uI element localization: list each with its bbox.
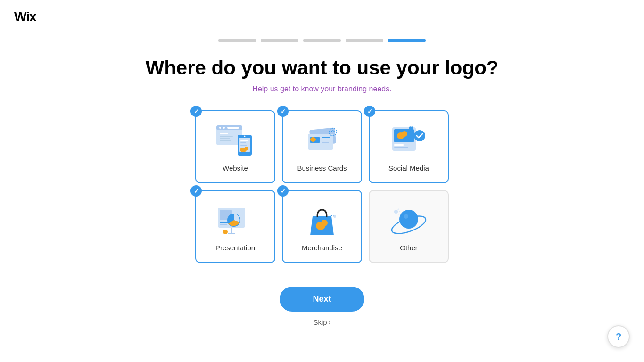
card-social-media[interactable]: ✓ Social Media: [369, 110, 449, 183]
card-other[interactable]: ✓ Other: [369, 190, 449, 263]
svg-point-43: [333, 215, 336, 218]
illustration-website: [214, 122, 256, 159]
svg-rect-5: [220, 133, 228, 134]
svg-rect-24: [322, 142, 329, 143]
progress-bar: [0, 39, 644, 42]
svg-point-20: [310, 137, 316, 142]
svg-rect-12: [240, 140, 248, 141]
next-button[interactable]: Next: [280, 287, 364, 312]
skip-link[interactable]: Skip ›: [313, 318, 330, 326]
check-website: ✓: [190, 106, 202, 117]
card-other-label: Other: [400, 244, 418, 252]
svg-rect-30: [394, 144, 404, 146]
svg-line-48: [398, 209, 399, 210]
svg-rect-14: [240, 145, 247, 146]
cards-grid: ✓: [195, 110, 449, 263]
illustration-merchandise: [301, 201, 343, 239]
card-website-label: Website: [223, 164, 248, 172]
card-business-cards[interactable]: ✓ Business Cards: [282, 110, 362, 183]
header: Wix: [0, 0, 644, 34]
illustration-business-cards: [301, 122, 343, 159]
svg-rect-22: [322, 137, 330, 138]
card-social-media-label: Social Media: [388, 164, 429, 172]
card-presentation[interactable]: ✓ Presentation: [195, 190, 275, 263]
page-title: Where do you want to use your logo?: [145, 57, 498, 79]
check-merchandise: ✓: [277, 185, 289, 197]
skip-label: Skip: [313, 318, 327, 326]
card-presentation-label: Presentation: [215, 244, 255, 252]
help-button[interactable]: ?: [607, 325, 630, 348]
svg-point-2: [219, 127, 221, 129]
svg-rect-13: [240, 142, 246, 143]
svg-rect-4: [227, 127, 239, 129]
illustration-social-media: [388, 122, 430, 159]
check-presentation: ✓: [190, 185, 202, 197]
progress-step-4: [346, 39, 383, 42]
svg-point-16: [245, 147, 248, 150]
main-content: Where do you want to use your logo? Help…: [0, 57, 644, 326]
progress-step-5: [388, 39, 426, 42]
svg-rect-37: [220, 224, 227, 225]
svg-point-3: [223, 127, 225, 129]
svg-rect-6: [220, 136, 233, 137]
svg-line-50: [398, 214, 399, 214]
svg-point-44: [399, 210, 418, 229]
svg-point-38: [223, 230, 228, 234]
check-social-media: ✓: [364, 106, 375, 117]
page-subtitle: Help us get to know your branding needs.: [252, 85, 391, 93]
illustration-presentation: [214, 201, 256, 239]
progress-step-3: [303, 39, 341, 42]
wix-logo: Wix: [14, 9, 630, 25]
svg-point-32: [414, 130, 425, 141]
svg-point-11: [244, 136, 246, 137]
card-merchandise-label: Merchandise: [302, 244, 342, 252]
skip-arrow-icon: ›: [329, 318, 331, 326]
svg-rect-31: [394, 147, 408, 148]
svg-point-42: [321, 220, 328, 226]
check-business-cards: ✓: [277, 106, 289, 117]
svg-rect-23: [322, 140, 328, 140]
progress-step-1: [218, 39, 256, 42]
svg-point-29: [402, 131, 407, 137]
svg-point-47: [394, 210, 398, 214]
progress-step-2: [261, 39, 298, 42]
svg-rect-7: [220, 138, 230, 139]
card-business-cards-label: Business Cards: [297, 164, 347, 172]
svg-rect-8: [220, 140, 231, 141]
card-website[interactable]: ✓: [195, 110, 275, 183]
svg-rect-36: [220, 222, 230, 223]
card-merchandise[interactable]: ✓ Merchandise: [282, 190, 362, 263]
svg-point-46: [404, 214, 408, 219]
illustration-other: [388, 201, 430, 239]
